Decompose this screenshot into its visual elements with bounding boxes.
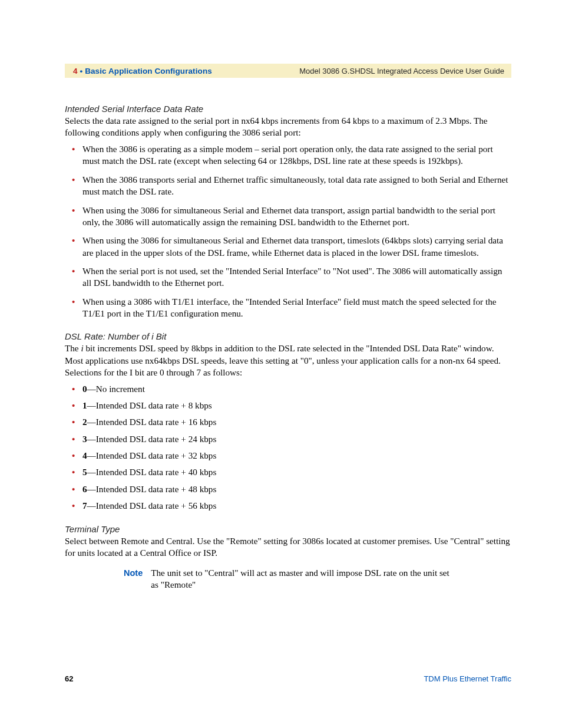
- dsl-bullet-list: 0—No increment 1—Intended DSL data rate …: [65, 383, 511, 512]
- section-title: Terminal Type: [65, 524, 511, 534]
- guide-title: Model 3086 G.SHDSL Integrated Access Dev…: [299, 67, 504, 75]
- chapter-separator: •: [78, 67, 85, 75]
- bit-number: 2: [82, 417, 87, 427]
- section-intro: Select between Remote and Central. Use t…: [65, 535, 511, 559]
- list-item: When using a 3086 with T1/E1 interface, …: [65, 296, 511, 320]
- list-item: 6—Intended DSL data rate + 48 kbps: [65, 483, 511, 495]
- list-item: When the serial port is not used, set th…: [65, 265, 511, 289]
- section-intro: Selects the data rate assigned to the se…: [65, 115, 511, 139]
- list-item: 2—Intended DSL data rate + 16 kbps: [65, 416, 511, 428]
- bit-desc: —Intended DSL data rate + 8 kbps: [87, 400, 212, 410]
- bit-desc: —No increment: [87, 384, 145, 394]
- list-item: 5—Intended DSL data rate + 40 kbps: [65, 466, 511, 478]
- bit-desc: —Intended DSL data rate + 32 kbps: [87, 450, 217, 460]
- chapter-number: 4: [73, 67, 78, 75]
- list-item: When the 3086 transports serial and Ethe…: [65, 174, 511, 198]
- chapter-heading: 4 • Basic Application Configurations: [73, 67, 212, 75]
- bit-number: 0: [82, 384, 87, 394]
- list-item: 4—Intended DSL data rate + 32 kbps: [65, 450, 511, 462]
- bit-number: 4: [82, 450, 87, 460]
- section-dsl-rate: DSL Rate: Number of i Bit The i bit incr…: [65, 331, 511, 512]
- bit-number: 1: [82, 400, 87, 410]
- chapter-title: Basic Application Configurations: [85, 67, 212, 75]
- bit-desc: —Intended DSL data rate + 48 kbps: [87, 484, 217, 494]
- list-item: When using the 3086 for simultaneous Ser…: [65, 235, 511, 259]
- bit-desc: —Intended DSL data rate + 56 kbps: [87, 500, 217, 510]
- list-item: When using the 3086 for simultaneous Ser…: [65, 205, 511, 229]
- note-label: Note: [124, 567, 151, 591]
- section-serial-rate: Intended Serial Interface Data Rate Sele…: [65, 104, 511, 319]
- list-item: 3—Intended DSL data rate + 24 kbps: [65, 433, 511, 445]
- section-intro: The i bit increments DSL speed by 8kbps …: [65, 342, 511, 378]
- bit-number: 7: [82, 500, 87, 510]
- section-terminal-type: Terminal Type Select between Remote and …: [65, 524, 511, 591]
- page-footer: 62 TDM Plus Ethernet Traffic: [65, 674, 511, 683]
- bit-number: 6: [82, 484, 87, 494]
- bit-desc: —Intended DSL data rate + 24 kbps: [87, 434, 217, 444]
- page: 4 • Basic Application Configurations Mod…: [0, 0, 562, 728]
- page-number: 62: [65, 674, 73, 683]
- intro-part: bit increments DSL speed by 8kbps in add…: [65, 343, 501, 377]
- note-block: Note The unit set to "Central" will act …: [124, 567, 454, 591]
- bit-desc: —Intended DSL data rate + 40 kbps: [87, 467, 217, 477]
- page-header: 4 • Basic Application Configurations Mod…: [65, 64, 511, 78]
- section-title: Intended Serial Interface Data Rate: [65, 104, 511, 114]
- intro-part: The: [65, 343, 81, 353]
- list-item: 7—Intended DSL data rate + 56 kbps: [65, 500, 511, 512]
- footer-section-name: TDM Plus Ethernet Traffic: [424, 674, 511, 683]
- list-item: 0—No increment: [65, 383, 511, 395]
- bit-desc: —Intended DSL data rate + 16 kbps: [87, 417, 217, 427]
- list-item: When the 3086 is operating as a simple m…: [65, 143, 511, 167]
- note-text: The unit set to "Central" will act as ma…: [151, 567, 454, 591]
- serial-bullet-list: When the 3086 is operating as a simple m…: [65, 143, 511, 319]
- bit-number: 5: [82, 467, 87, 477]
- bit-number: 3: [82, 434, 87, 444]
- list-item: 1—Intended DSL data rate + 8 kbps: [65, 400, 511, 411]
- section-title: DSL Rate: Number of i Bit: [65, 331, 511, 341]
